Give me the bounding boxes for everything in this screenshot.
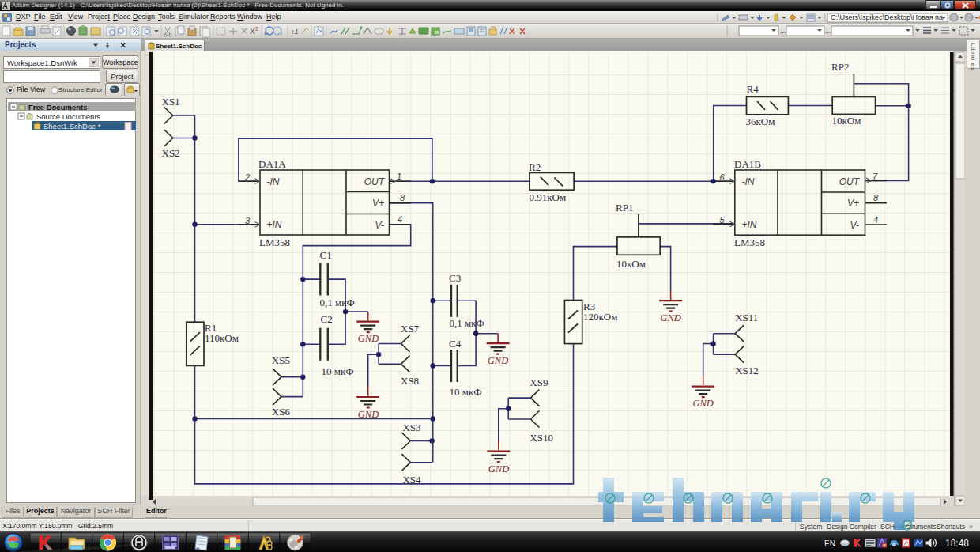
- svg-text:-IN: -IN: [267, 176, 280, 187]
- svg-text:LM358: LM358: [259, 236, 290, 248]
- svg-text:Free Documents: Free Documents: [28, 103, 87, 112]
- svg-text:4: 4: [873, 215, 878, 225]
- svg-text:V-: V-: [375, 220, 384, 231]
- svg-text:V+: V+: [372, 198, 384, 209]
- svg-text:Sheet1.SchDoc *: Sheet1.SchDoc *: [43, 122, 101, 130]
- svg-text:XS7: XS7: [401, 323, 420, 335]
- svg-text:OUT: OUT: [364, 176, 386, 187]
- svg-text:10кОм: 10кОм: [832, 115, 861, 127]
- svg-text:V-: V-: [850, 220, 859, 231]
- svg-text:C3: C3: [449, 272, 461, 284]
- svg-text:GND: GND: [358, 409, 379, 420]
- svg-text:C4: C4: [449, 338, 462, 350]
- svg-text:↕1: ↕1: [291, 28, 299, 36]
- svg-text:C1: C1: [320, 249, 332, 261]
- svg-text:4: 4: [398, 214, 402, 224]
- svg-text:0.91кОм: 0.91кОм: [530, 191, 567, 203]
- svg-text:5: 5: [719, 215, 725, 225]
- svg-text:-IN: -IN: [742, 176, 755, 187]
- svg-text:GND: GND: [692, 398, 713, 409]
- svg-text:0,1 мкФ: 0,1 мкФ: [450, 317, 484, 329]
- svg-text:XS5: XS5: [272, 354, 290, 366]
- svg-text:GND: GND: [488, 463, 509, 474]
- svg-text:...: ...: [825, 27, 831, 35]
- svg-text:V+: V+: [847, 198, 859, 209]
- svg-text:OUT: OUT: [839, 176, 861, 187]
- svg-text:GND: GND: [358, 333, 379, 344]
- svg-text:+IN: +IN: [267, 219, 282, 230]
- svg-text:120кОм: 120кОм: [583, 311, 617, 323]
- svg-text:GND: GND: [660, 312, 680, 323]
- svg-text:GND: GND: [488, 355, 508, 366]
- svg-text:XS4: XS4: [402, 474, 421, 486]
- svg-text:XS12: XS12: [735, 365, 759, 376]
- svg-text:0,1 мкФ: 0,1 мкФ: [320, 297, 355, 308]
- svg-text:XS8: XS8: [401, 375, 419, 387]
- svg-text:XS3: XS3: [402, 422, 420, 433]
- svg-text:2: 2: [255, 26, 258, 32]
- svg-text:8: 8: [400, 193, 405, 202]
- svg-text:DA1A: DA1A: [258, 158, 286, 170]
- svg-text:XS11: XS11: [735, 312, 758, 323]
- svg-text:Source Documents: Source Documents: [36, 112, 100, 121]
- svg-text:RP1: RP1: [616, 202, 633, 214]
- svg-text:1: 1: [397, 172, 401, 181]
- svg-text:XS1: XS1: [162, 96, 180, 108]
- svg-text:C2: C2: [321, 313, 333, 325]
- svg-text:10 мкФ: 10 мкФ: [322, 365, 354, 377]
- svg-text:RP2: RP2: [831, 61, 849, 73]
- svg-text:110кОм: 110кОм: [205, 332, 239, 344]
- svg-text:2: 2: [244, 172, 250, 182]
- svg-text:EN: EN: [824, 539, 835, 548]
- svg-text:6: 6: [719, 172, 725, 182]
- svg-text:XS6: XS6: [272, 406, 291, 418]
- svg-text:R4: R4: [747, 83, 760, 95]
- svg-text:...: ...: [780, 27, 786, 35]
- svg-text:10кОм: 10кОм: [616, 258, 646, 270]
- svg-text:+IN: +IN: [742, 219, 757, 230]
- svg-text:XS9: XS9: [530, 376, 548, 388]
- svg-text:XS2: XS2: [162, 147, 180, 159]
- svg-text:8: 8: [873, 193, 879, 202]
- svg-text:C:\Users\Ispikec\Desktop\Новая: C:\Users\Ispikec\Desktop\Новая па: [831, 13, 943, 21]
- svg-text:7: 7: [873, 172, 878, 181]
- svg-text:LM358: LM358: [734, 236, 765, 248]
- svg-text:R2: R2: [529, 161, 541, 173]
- svg-text:18:48: 18:48: [945, 538, 969, 549]
- svg-text:3: 3: [245, 216, 251, 225]
- svg-text:10 мкФ: 10 мкФ: [450, 386, 482, 398]
- svg-text:36кОм: 36кОм: [746, 115, 775, 127]
- svg-text:XS10: XS10: [530, 432, 553, 444]
- svg-text:DA1B: DA1B: [734, 158, 761, 170]
